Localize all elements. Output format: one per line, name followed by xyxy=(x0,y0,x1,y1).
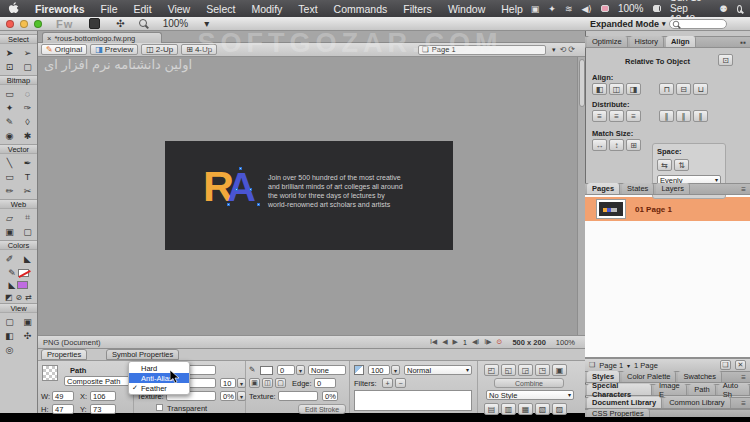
brush-icon[interactable]: ✑ xyxy=(20,101,36,114)
style-new-icon[interactable]: ▤ xyxy=(484,403,499,415)
rectangle-icon[interactable]: ▭ xyxy=(2,170,18,183)
fill-edge-stepper-icon[interactable]: ▾ xyxy=(237,378,246,388)
tab-path[interactable]: Path xyxy=(689,384,715,395)
intersect-icon[interactable]: ◲ xyxy=(518,364,533,376)
width-field[interactable]: 49 xyxy=(52,391,74,401)
stroke-size-stepper-icon[interactable]: ▾ xyxy=(296,365,305,375)
fill-texture-amount[interactable]: 0% xyxy=(220,391,236,401)
prev-state-icon[interactable]: ◀Ι xyxy=(472,338,479,346)
match-width-icon[interactable]: ↔ xyxy=(592,139,607,151)
menu-item-anti-alias[interactable]: Anti-Alias xyxy=(129,373,189,383)
lasso-icon[interactable]: ◌ xyxy=(20,87,36,100)
first-frame-icon[interactable]: Ι◀ xyxy=(430,338,437,346)
rubber-stamp-icon[interactable]: ✱ xyxy=(20,129,36,142)
style-break-icon[interactable]: ▦ xyxy=(518,403,533,415)
next-state-icon[interactable]: Ι▶ xyxy=(484,338,491,346)
zoom-level[interactable]: 100% xyxy=(163,18,189,29)
bluetooth-icon[interactable]: ✦ xyxy=(548,4,556,14)
match-both-icon[interactable]: ⊞ xyxy=(626,139,641,151)
edit-stroke-button[interactable]: Edit Stroke xyxy=(298,404,346,414)
stroke-color-swatch[interactable] xyxy=(18,269,29,277)
view-tab-preview[interactable]: ◨ Preview xyxy=(90,44,138,55)
space-horizontal-icon[interactable]: ⇆ xyxy=(657,159,672,171)
tab-align[interactable]: Align xyxy=(666,36,696,47)
page-status-value[interactable]: Page 1 xyxy=(599,361,623,370)
align-top-icon[interactable]: ⊓ xyxy=(659,83,674,95)
subtract-icon[interactable]: ◱ xyxy=(501,364,516,376)
tab-special-characters[interactable]: Special Characters xyxy=(587,384,652,395)
default-colors-icon[interactable]: ◩ xyxy=(5,293,13,302)
page-nav-icons[interactable]: ⟲⟳ xyxy=(560,45,577,54)
subselection-icon[interactable]: ➢ xyxy=(20,46,36,59)
hide-hotspots-icon[interactable]: ▣ xyxy=(2,225,18,238)
stroke-outside-icon[interactable]: ▢ xyxy=(275,378,286,388)
style-dropdown[interactable]: No Style▾ xyxy=(486,390,574,400)
stroke-texture-dropdown[interactable] xyxy=(278,391,318,401)
new-page-icon[interactable]: ❏ xyxy=(720,360,731,370)
hand-tool-icon[interactable]: ✣ xyxy=(116,18,124,29)
battery-color-icon[interactable] xyxy=(601,5,609,12)
path-vertex-dot[interactable] xyxy=(249,188,252,191)
page-selector[interactable]: ❏ Page 1 xyxy=(418,45,546,55)
align-vcenter-icon[interactable]: ⊟ xyxy=(676,83,691,95)
tab-optimize[interactable]: Optimize xyxy=(587,36,628,47)
tab-history[interactable]: History xyxy=(630,36,664,47)
tab-properties[interactable]: Properties xyxy=(41,349,87,360)
distribute-left-icon[interactable]: ∥ xyxy=(659,110,674,122)
standard-screen-icon[interactable]: ▢ xyxy=(2,315,18,328)
distribute-hcenter-icon[interactable]: ∥ xyxy=(676,110,691,122)
workspace-mode-caret-icon[interactable]: ▾ xyxy=(662,20,666,28)
zoom-caret-icon[interactable]: ▾ xyxy=(204,18,209,29)
workspace-mode-label[interactable]: Expanded Mode xyxy=(590,19,659,29)
volume-icon[interactable]: ◀⟩ xyxy=(581,4,591,14)
battery-icon[interactable] xyxy=(653,5,662,12)
panel-menu-icon[interactable]: ▪▪ xyxy=(740,38,746,47)
menu-edit[interactable]: Edit xyxy=(126,0,160,17)
tab-states[interactable]: States xyxy=(622,183,654,194)
menu-view[interactable]: View xyxy=(160,0,199,17)
menu-commands[interactable]: Commands xyxy=(326,0,396,17)
match-height-icon[interactable]: ↕ xyxy=(609,139,624,151)
paint-bucket-icon[interactable]: ◣ xyxy=(20,252,36,265)
distribute-bottom-icon[interactable]: ≡ xyxy=(626,110,641,122)
tab-symbol-properties[interactable]: Symbol Properties xyxy=(106,349,179,360)
slice-icon[interactable]: ⌗ xyxy=(20,211,36,224)
transparent-checkbox[interactable] xyxy=(156,404,163,411)
swap-colors-icon[interactable]: ⇄ xyxy=(25,293,32,302)
opacity-field[interactable]: 100 xyxy=(368,365,390,375)
distribute-vcenter-icon[interactable]: ≡ xyxy=(609,110,624,122)
stroke-edge-field[interactable]: 0 xyxy=(314,378,336,388)
prev-frame-icon[interactable]: ◀ xyxy=(442,338,447,346)
fill-color-swatch[interactable] xyxy=(17,281,28,289)
union-icon[interactable]: ◰ xyxy=(484,364,499,376)
space-vertical-icon[interactable]: ⇅ xyxy=(674,159,689,171)
full-screen-icon[interactable]: ◧ xyxy=(2,329,18,342)
stroke-inside-icon[interactable]: ▣ xyxy=(249,378,260,388)
hand-icon[interactable]: ✣ xyxy=(20,329,36,342)
blur-icon[interactable]: ◉ xyxy=(2,129,18,142)
hotspot-icon[interactable]: ▱ xyxy=(2,211,18,224)
logo-letter-a-selected[interactable]: A xyxy=(227,167,256,207)
view-tab-2up[interactable]: ◫ 2-Up xyxy=(141,44,178,55)
window-zoom-button[interactable] xyxy=(34,20,42,28)
fill-edge-amount[interactable]: 10 xyxy=(220,378,236,388)
tab-auto-shapes[interactable]: Auto Sh xyxy=(718,384,750,395)
tab-layers[interactable]: Layers xyxy=(656,183,690,194)
canvas-vertical-scrollbar[interactable] xyxy=(577,57,585,335)
object-name-field[interactable]: Composite Path xyxy=(64,376,130,386)
user-icon[interactable]: ⚉ xyxy=(719,4,727,14)
path-vertex-dot[interactable] xyxy=(227,203,230,206)
menu-item-feather[interactable]: ✓Feather xyxy=(129,383,189,393)
search-input[interactable] xyxy=(669,19,727,29)
add-filter-icon[interactable]: + xyxy=(382,378,393,388)
stroke-center-icon[interactable]: ◫ xyxy=(262,378,273,388)
filters-list[interactable] xyxy=(354,390,472,411)
combine-button[interactable]: Combine xyxy=(494,378,564,388)
view-tab-original[interactable]: ✎ Original xyxy=(41,44,87,55)
opacity-stepper-icon[interactable]: ▾ xyxy=(391,365,400,375)
path-vertex-dot[interactable] xyxy=(257,203,260,206)
canvas-body-text[interactable]: Join over 500 hundred of the most creati… xyxy=(268,173,438,209)
text-icon[interactable]: T xyxy=(20,170,36,183)
tab-css-properties[interactable]: CSS Properties xyxy=(587,409,650,417)
knife-icon[interactable]: ✂ xyxy=(20,184,36,197)
